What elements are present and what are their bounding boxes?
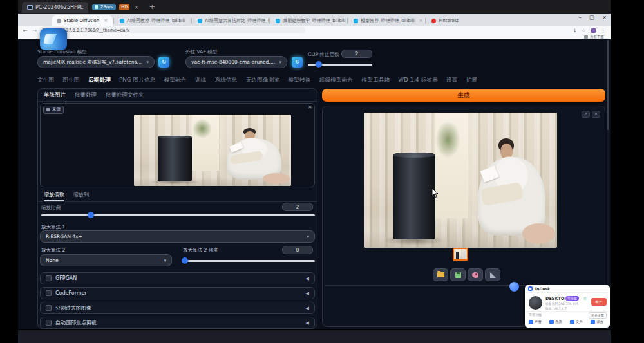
all-bookmarks-button[interactable]: 所有书签: [584, 35, 604, 39]
open-folder-button[interactable]: [433, 268, 448, 281]
tab-close-icon[interactable]: ×: [104, 18, 108, 23]
main-tab-bar: 文生图 图生图 后期处理 PNG 图片信息 模型融合 训练 系统信息 无边图像浏…: [37, 77, 477, 84]
scale-slider[interactable]: [41, 214, 315, 216]
save-zip-button[interactable]: [468, 268, 483, 281]
output-image[interactable]: [364, 113, 557, 248]
todesk-action-settings[interactable]: 设置: [591, 320, 603, 324]
browser-tab[interactable]: 后期处理教学_哔哩哔哩_bilibili ×: [270, 15, 346, 26]
collapse-icon: ◀: [306, 291, 309, 296]
refresh-vae-button[interactable]: ↻: [292, 57, 303, 68]
split-oversized-checkbox[interactable]: [46, 305, 52, 311]
address-bar[interactable]: 127.0.0.1:7860/?__theme=dark: [53, 27, 305, 33]
send-to-extras-button[interactable]: [485, 268, 500, 281]
tab-txt2img[interactable]: 文生图: [37, 77, 54, 84]
accordion-auto-face-crop[interactable]: 自动面部焦点剪裁 ◀: [40, 317, 315, 329]
tab-png-info[interactable]: PNG 图片信息: [119, 77, 156, 84]
session-close-icon[interactable]: ×: [134, 4, 139, 10]
todesk-action-quality[interactable]: 画质: [549, 320, 562, 324]
accordion-codeformer[interactable]: CodeFormer ◀: [40, 287, 315, 299]
tab-model-toolkit[interactable]: 模型工具箱: [361, 77, 390, 84]
upscaler2-label: 放大算法 2: [41, 247, 65, 254]
scale-slider-handle[interactable]: [88, 212, 94, 218]
tab-checkpoint-merger[interactable]: 模型融合: [164, 77, 187, 84]
generate-button[interactable]: 生成: [322, 89, 605, 102]
minimize-button[interactable]: –: [579, 14, 582, 21]
subtab-scale-by[interactable]: 缩放倍数: [44, 191, 64, 201]
chevron-down-icon: ▾: [303, 234, 309, 239]
remote-title-bar: PC-20240625HFPL 28ms HD × +: [18, 0, 611, 14]
todesk-action-sound[interactable]: 声音: [529, 320, 542, 324]
todesk-panel-header[interactable]: ToDesk: [525, 285, 610, 293]
browser-tab[interactable]: 模型推荐_哔哩哔哩_bilibili ×: [348, 15, 424, 26]
clip-skip-value[interactable]: 2: [341, 50, 372, 58]
todesk-version: 版本: V4.7.4.7: [545, 306, 567, 310]
quality-icon: [549, 320, 554, 324]
page-scrollbar-thumb[interactable]: [607, 40, 609, 130]
gfpgan-checkbox[interactable]: [46, 275, 52, 281]
file-transfer-icon: [570, 320, 574, 324]
close-gallery-icon[interactable]: ×: [592, 111, 600, 118]
clear-source-icon[interactable]: ×: [308, 104, 312, 110]
todesk-action-file[interactable]: 文件: [570, 320, 583, 324]
upscaler2-strength-value[interactable]: 0: [282, 246, 313, 254]
clip-skip-label: CLIP 终止层数: [308, 51, 339, 58]
collapse-icon: ◀: [306, 276, 309, 281]
latency-badge: 28ms: [92, 4, 116, 10]
back-icon[interactable]: ←: [23, 28, 28, 33]
clip-skip-slider[interactable]: [308, 64, 372, 66]
todesk-more-button[interactable]: 更多设置: [589, 312, 607, 319]
bilibili-favicon: [354, 19, 358, 23]
codeformer-checkbox[interactable]: [46, 290, 52, 296]
browser-tab[interactable]: AI绘画放大算法对比_哔哩哔哩_bilibili ×: [193, 15, 269, 26]
tab-image-browser[interactable]: 无边图像浏览: [246, 77, 280, 84]
browser-tab[interactable]: AI绘画教程_哔哩哔哩_bilibili ×: [115, 15, 191, 26]
browser-tab-active[interactable]: Stable Diffusion ×: [52, 15, 113, 26]
mouse-cursor: [431, 188, 439, 198]
upscaler2-dropdown[interactable]: None ▾: [40, 254, 172, 266]
resize-mode-tabs: 缩放倍数 缩放到: [44, 191, 89, 201]
tab-train[interactable]: 训练: [195, 77, 207, 84]
tab-settings[interactable]: 设置: [446, 77, 458, 84]
todesk-floating-ball[interactable]: [509, 282, 519, 292]
forward-icon[interactable]: →: [33, 28, 37, 33]
upscaler2-strength-slider[interactable]: [183, 260, 315, 262]
browser-menu-icon[interactable]: ⋮: [601, 28, 606, 33]
new-session-button[interactable]: +: [149, 3, 155, 11]
auto-face-crop-checkbox[interactable]: [46, 320, 52, 326]
close-button[interactable]: ×: [602, 14, 607, 21]
browser-toolbar: ← → ↻ 127.0.0.1:7860/?__theme=dark: [18, 26, 611, 35]
maximize-button[interactable]: ▢: [589, 14, 594, 21]
upscaler1-dropdown[interactable]: R-ESRGAN 4x+ ▾: [40, 230, 315, 243]
folder-icon: [437, 272, 444, 277]
bookmark-star-icon[interactable]: ☆: [582, 28, 586, 33]
bilibili-favicon: [276, 19, 280, 23]
refresh-model-button[interactable]: ↻: [158, 57, 169, 68]
scale-value[interactable]: 2: [282, 203, 313, 211]
vae-dropdown[interactable]: vae-ft-mse-840000-ema-pruned.safetensors…: [185, 56, 287, 68]
todesk-device-code: 设备代码 202 376 495: [545, 302, 578, 306]
sd-model-dropdown[interactable]: majicMIX realistic 麦橘写实_v7.safetensors […: [37, 56, 155, 68]
tab-close-icon[interactable]: ×: [190, 18, 191, 23]
tab-super-merger[interactable]: 超级模型融合: [319, 77, 354, 84]
upscaler2-strength-handle[interactable]: [182, 257, 188, 264]
tab-system-info[interactable]: 系统信息: [214, 77, 237, 84]
download-icon[interactable]: ↓: [573, 28, 576, 33]
save-image-button[interactable]: [450, 268, 466, 281]
tab-close-icon[interactable]: ×: [419, 18, 423, 23]
todesk-disconnect-button[interactable]: 断开: [591, 298, 607, 306]
tab-model-converter[interactable]: 模型转换: [288, 77, 310, 84]
accordion-gfpgan[interactable]: GFPGAN ◀: [40, 272, 315, 284]
tab-extensions[interactable]: 扩展: [466, 77, 477, 84]
tab-extras[interactable]: 后期处理: [88, 77, 111, 84]
profile-avatar[interactable]: [591, 28, 596, 33]
clip-skip-slider-handle[interactable]: [316, 61, 322, 68]
expand-gallery-icon[interactable]: ↗: [582, 111, 590, 118]
subtab-scale-to[interactable]: 缩放到: [73, 191, 89, 201]
phone-icon[interactable]: ✆: [583, 296, 587, 301]
accordion-split-oversized[interactable]: 分割过大的图像 ◀: [40, 302, 315, 314]
browser-tab[interactable]: Pinterest: [426, 15, 464, 26]
tab-wd14-tagger[interactable]: WD 1.4 标签器: [398, 77, 437, 84]
gallery-thumbnail-selected[interactable]: [453, 248, 468, 261]
tab-img2img[interactable]: 图生图: [62, 77, 79, 84]
remote-session-tab[interactable]: PC-20240625HFPL: [22, 2, 88, 13]
